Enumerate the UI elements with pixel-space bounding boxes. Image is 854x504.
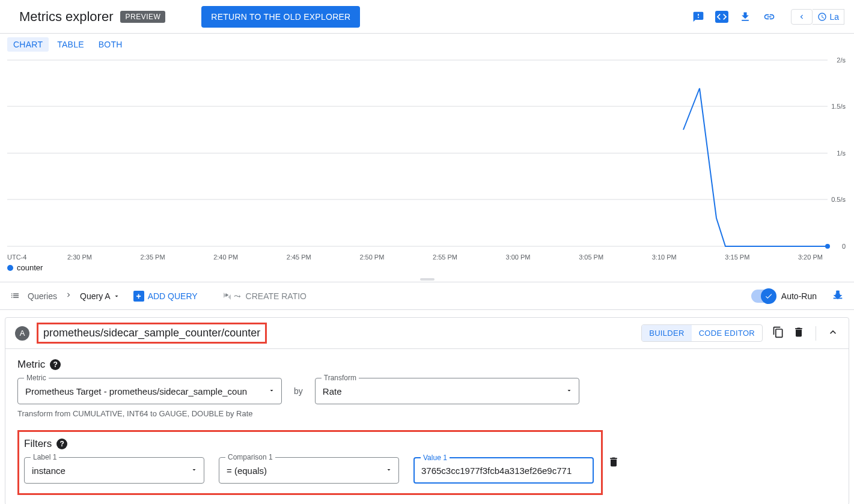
query-badge-a: A	[15, 326, 29, 341]
download-icon[interactable]	[738, 10, 752, 24]
y-tick-2: 1/s	[837, 150, 846, 157]
y-tick-0: 0	[842, 243, 846, 250]
x-tick: 3:15 PM	[725, 254, 749, 261]
add-query-button[interactable]: +ADD QUERY	[133, 291, 198, 302]
dropdown-arrow-icon	[191, 466, 198, 475]
chevron-right-icon	[64, 291, 73, 301]
x-tick: 3:05 PM	[579, 254, 603, 261]
preview-badge: PREVIEW	[120, 11, 165, 23]
transform-select[interactable]: Transform Rate	[315, 378, 579, 404]
tab-both[interactable]: BOTH	[93, 37, 129, 52]
x-tick: 2:55 PM	[433, 254, 457, 261]
return-old-explorer-button[interactable]: RETURN TO THE OLD EXPLORER	[201, 6, 360, 28]
dropdown-arrow-icon	[268, 386, 275, 396]
view-tabs: CHART TABLE BOTH	[0, 34, 854, 55]
y-tick-1: 0.5/s	[831, 196, 846, 203]
delete-filter-icon[interactable]	[608, 456, 620, 470]
autorun-label: Auto-Run	[781, 291, 817, 301]
x-tick: 2:50 PM	[359, 254, 384, 261]
filters-section-title: Filters ?	[24, 438, 594, 450]
x-tick: 3:00 PM	[506, 254, 531, 261]
end-marker	[825, 244, 830, 249]
feedback-icon[interactable]	[691, 10, 706, 24]
x-tick: 2:45 PM	[287, 254, 311, 261]
help-icon[interactable]: ?	[56, 439, 67, 449]
tab-table[interactable]: TABLE	[51, 37, 90, 52]
queries-label: Queries	[28, 291, 57, 301]
resize-handle[interactable]	[0, 277, 854, 282]
prev-time-button[interactable]	[791, 9, 813, 25]
filters-highlight: Filters ? Label 1 instance Comparison 1 …	[17, 430, 603, 495]
legend-label: counter	[17, 263, 43, 272]
chart: 0 0.5/s 1/s 1.5/s 2/s	[0, 55, 854, 254]
header-toolbar: La	[691, 9, 844, 25]
metric-select[interactable]: Metric Prometheus Target - prometheus/si…	[17, 378, 282, 404]
series-counter	[683, 88, 828, 246]
dropdown-arrow-icon	[566, 386, 573, 396]
code-icon[interactable]	[715, 11, 728, 23]
transform-description: Transform from CUMULATIVE, INT64 to GAUG…	[17, 409, 837, 418]
collapse-icon[interactable]	[827, 326, 839, 340]
time-range-button[interactable]: La	[813, 9, 844, 25]
y-tick-3: 1.5/s	[831, 103, 846, 110]
panel-header: A prometheus/sidecar_sample_counter/coun…	[5, 318, 849, 349]
query-panel: A prometheus/sidecar_sample_counter/coun…	[5, 317, 849, 504]
delete-icon[interactable]	[793, 326, 805, 340]
metric-path-highlight: prometheus/sidecar_sample_counter/counte…	[37, 323, 267, 344]
tab-chart[interactable]: CHART	[7, 37, 49, 52]
query-a-dropdown[interactable]: Query A	[80, 291, 120, 301]
link-icon[interactable]	[762, 10, 776, 24]
editor-mode-toggle: BUILDER CODE EDITOR	[641, 324, 763, 342]
timezone-label: UTC-4	[7, 254, 67, 261]
filter-comparison-select[interactable]: Comparison 1 = (equals)	[219, 457, 399, 484]
x-tick: 2:35 PM	[141, 254, 165, 261]
x-tick: 2:30 PM	[67, 254, 92, 261]
copy-icon[interactable]	[772, 326, 784, 340]
filter-value-input[interactable]: Value 1 3765c3cc1977f3fcb4a313ef26e9c771…	[413, 457, 594, 484]
header: Metrics explorer PREVIEW RETURN TO THE O…	[0, 0, 854, 34]
by-label: by	[294, 386, 303, 396]
run-icon[interactable]	[831, 288, 844, 303]
query-bar: Queries Query A +ADD QUERY ⤳CREATE RATIO…	[0, 282, 854, 310]
metric-path: prometheus/sidecar_sample_counter/counte…	[43, 327, 260, 339]
dropdown-arrow-icon	[385, 466, 392, 475]
help-icon[interactable]: ?	[50, 359, 61, 370]
x-tick: 3:10 PM	[652, 254, 677, 261]
code-editor-tab[interactable]: CODE EDITOR	[692, 325, 762, 341]
y-tick-4: 2/s	[837, 56, 846, 64]
filter-label-select[interactable]: Label 1 instance	[24, 457, 204, 484]
x-tick: 3:20 PM	[798, 254, 823, 261]
legend-dot-counter	[7, 265, 13, 271]
metric-section-title: Metric ?	[17, 359, 837, 371]
create-ratio-button[interactable]: ⤳CREATE RATIO	[222, 291, 307, 302]
queries-list-icon[interactable]	[10, 291, 20, 302]
legend: counter	[0, 261, 854, 277]
page-title: Metrics explorer	[19, 9, 113, 25]
builder-tab[interactable]: BUILDER	[642, 325, 691, 341]
x-tick: 2:40 PM	[213, 254, 238, 261]
autorun-toggle[interactable]	[751, 290, 775, 303]
